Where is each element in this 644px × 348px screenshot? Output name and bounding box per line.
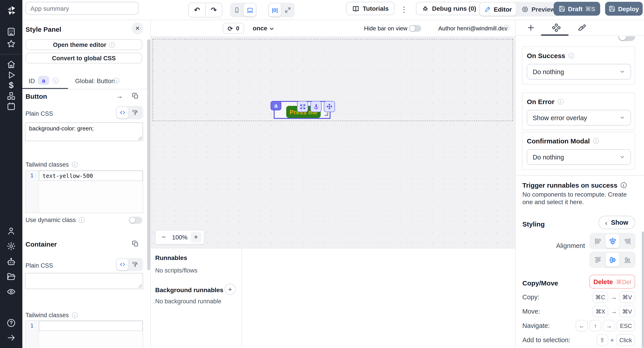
info-icon[interactable]: i xyxy=(53,78,58,84)
use-dynamic-class-toggle[interactable] xyxy=(129,217,142,224)
goto-component-button[interactable]: → xyxy=(116,92,123,100)
fullscreen-button[interactable] xyxy=(282,3,294,16)
sidebar-item-workers[interactable] xyxy=(6,257,16,267)
on-error-card: On Errori Show error overlay xyxy=(522,92,635,130)
align-top-button[interactable] xyxy=(591,253,605,267)
copy-style-button[interactable] xyxy=(132,240,139,247)
info-icon[interactable]: i xyxy=(620,182,626,188)
sidebar-collapse[interactable] xyxy=(6,333,16,343)
info-icon[interactable]: i xyxy=(78,217,84,223)
sidebar-item-help[interactable] xyxy=(6,318,16,328)
sidebar-item-settings[interactable] xyxy=(6,241,16,251)
button-tailwind-editor[interactable]: 1 text-yellow-500 xyxy=(25,170,143,213)
on-success-select[interactable]: Do nothing xyxy=(527,64,631,80)
resize-handle[interactable] xyxy=(138,284,142,288)
tab-styling[interactable] xyxy=(577,23,586,32)
copy-style-button[interactable] xyxy=(132,92,139,99)
editor-tab[interactable]: Editor xyxy=(480,3,516,16)
desktop-view-button[interactable] xyxy=(244,3,256,16)
zoom-in-button[interactable]: + xyxy=(190,232,201,243)
resize-corner[interactable] xyxy=(325,113,328,116)
panel-scrollbar[interactable] xyxy=(642,231,644,348)
delete-component-button[interactable]: Delete ⌘Del xyxy=(590,275,635,289)
container-plain-css-input[interactable] xyxy=(25,273,143,289)
preview-tab[interactable]: Preview xyxy=(517,3,560,16)
button-plain-css-input[interactable]: background-color: green; xyxy=(25,122,143,141)
info-icon[interactable]: i xyxy=(568,53,574,58)
component-id-tag[interactable]: a xyxy=(270,101,281,110)
clipped-toggle[interactable] xyxy=(618,36,635,41)
align-right-button[interactable] xyxy=(620,234,634,248)
sidebar-item-folders[interactable] xyxy=(6,272,16,281)
sidebar-item-runs[interactable] xyxy=(6,70,16,80)
info-icon[interactable]: i xyxy=(114,78,120,84)
info-icon[interactable]: i xyxy=(504,25,510,31)
align-left-button[interactable] xyxy=(591,234,605,248)
info-icon[interactable]: i xyxy=(558,99,563,105)
sidebar-item-audit[interactable] xyxy=(6,287,16,297)
panel-scrollbar[interactable] xyxy=(147,39,150,270)
tab-component-settings[interactable] xyxy=(552,23,561,32)
sidebar-item-favorites[interactable] xyxy=(6,39,16,49)
sidebar-item-home[interactable] xyxy=(6,59,16,69)
code-mode-button[interactable] xyxy=(117,259,128,270)
refresh-mode-select[interactable]: once xyxy=(253,24,267,32)
close-style-panel-button[interactable]: ✕ xyxy=(132,22,144,34)
move-handle[interactable] xyxy=(324,101,335,112)
sidebar-item-schedules[interactable] xyxy=(6,101,16,111)
align-center-vertical-button[interactable] xyxy=(606,253,620,267)
zoom-out-button[interactable]: − xyxy=(158,232,169,243)
tab-global-button[interactable]: Global: Button xyxy=(75,77,115,84)
chevron-down-icon[interactable] xyxy=(269,26,274,32)
hide-bar-toggle[interactable] xyxy=(409,25,421,32)
sidebar-item-apps[interactable] xyxy=(6,27,16,37)
refresh-count-button[interactable]: ⟳ 0 xyxy=(223,23,244,34)
paint-mode-button[interactable] xyxy=(129,259,141,270)
styling-show-button[interactable]: ‹ Show xyxy=(598,216,635,229)
code-mode-button[interactable] xyxy=(117,107,128,118)
align-bottom-button[interactable] xyxy=(620,253,634,267)
undo-button[interactable]: ↶ xyxy=(188,3,205,17)
code-area[interactable]: text-yellow-500 xyxy=(39,171,143,213)
open-theme-editor-button[interactable]: Open theme editor i xyxy=(26,39,142,50)
sidebar-item-variables[interactable]: $ xyxy=(6,80,16,90)
app-summary-input[interactable] xyxy=(26,2,139,15)
canvas-column: ⟳ 0 once Hide bar on view Author henri@w… xyxy=(151,20,515,348)
app-canvas[interactable]: a Press me − 100% + xyxy=(151,37,515,248)
expand-handle[interactable] xyxy=(297,101,308,112)
anchor-handle[interactable] xyxy=(310,101,322,112)
redo-button[interactable]: ↷ xyxy=(205,3,222,17)
shortcut-row: Move:⌘X→⌘V xyxy=(522,305,635,318)
selected-component[interactable]: a Press me xyxy=(274,101,330,119)
delete-label: Delete xyxy=(594,278,613,285)
on-error-select[interactable]: Show error overlay xyxy=(527,110,631,126)
tab-insert-component[interactable] xyxy=(526,23,535,32)
tab-id[interactable]: ID xyxy=(28,77,35,84)
center-content-button[interactable]: |0| xyxy=(269,3,281,16)
deploy-button[interactable]: Deploy xyxy=(605,2,643,16)
convert-global-css-button[interactable]: Convert to global CSS xyxy=(26,53,142,63)
mobile-view-button[interactable] xyxy=(231,3,243,16)
align-center-horizontal-button[interactable] xyxy=(606,234,620,248)
debug-runs-button[interactable]: Debug runs (0) xyxy=(416,2,482,15)
windmill-logo[interactable] xyxy=(5,5,17,16)
paint-mode-button[interactable] xyxy=(129,107,141,118)
sidebar-item-users[interactable] xyxy=(6,226,16,236)
info-icon[interactable]: i xyxy=(72,162,78,168)
info-icon[interactable]: i xyxy=(593,138,599,144)
gear-icon xyxy=(6,241,16,251)
code-line[interactable]: text-yellow-500 xyxy=(39,171,143,181)
resize-handle[interactable] xyxy=(138,136,142,140)
add-background-runnable-button[interactable]: + xyxy=(224,284,236,295)
code-line[interactable] xyxy=(39,321,143,331)
kbd-key: ⌘V xyxy=(619,291,635,303)
draft-save-button[interactable]: Draft ⌘S xyxy=(554,2,600,16)
info-icon[interactable]: i xyxy=(72,312,78,318)
more-options-button[interactable]: ⋮ xyxy=(400,4,408,16)
kbd-key: Click xyxy=(616,334,635,346)
confirmation-modal-select[interactable]: Do nothing xyxy=(527,149,631,165)
tutorials-button[interactable]: Tutorials xyxy=(346,2,394,15)
container-tailwind-editor[interactable]: 1 xyxy=(25,320,143,348)
sidebar-item-resources[interactable] xyxy=(6,91,16,101)
code-area[interactable] xyxy=(39,321,143,348)
